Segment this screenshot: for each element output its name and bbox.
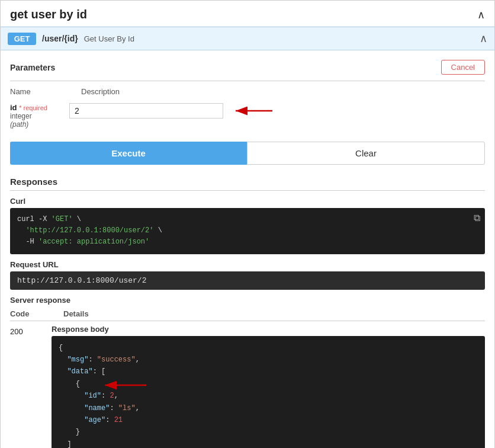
collapse-page-icon[interactable]: ∧	[477, 8, 485, 21]
execute-section: Execute Clear	[1, 132, 494, 171]
col-desc-header: Description	[81, 87, 120, 96]
json-indent3: {	[59, 380, 80, 388]
curl-label: Curl	[10, 197, 485, 206]
param-id-row: id * required integer (path)	[10, 100, 485, 132]
json-colon1: :	[88, 356, 97, 364]
params-divider	[10, 81, 485, 81]
response-code: 200	[10, 325, 40, 336]
param-location-label: (path)	[10, 120, 57, 129]
method-badge: GET	[8, 33, 36, 45]
json-indent8: ]	[59, 440, 72, 448]
json-comma1: ,	[136, 356, 140, 364]
response-json-block: { "msg": "success", "data": [ { "id": 2,…	[52, 336, 485, 448]
id-input-container	[69, 103, 223, 119]
endpoint-bar: GET /user/{id} Get User By Id ∧	[1, 27, 494, 50]
json-indent5	[59, 404, 84, 412]
execute-button[interactable]: Execute	[10, 142, 247, 165]
responses-divider	[10, 190, 485, 191]
json-indent4	[59, 392, 84, 400]
curl-url: 'http://127.0.0.1:8000/user/2'	[17, 226, 153, 235]
json-val-age: 21	[114, 416, 123, 424]
curl-method: 'GET'	[52, 215, 73, 223]
code-col-header: Code	[10, 309, 40, 318]
json-key-age: "age"	[84, 416, 105, 424]
json-indent6	[59, 416, 84, 424]
response-body-block: Response body { "msg": "su	[52, 325, 485, 448]
request-url-value: http://127.0.0.1:8000/user/2	[17, 276, 146, 285]
request-url-label: Request URL	[10, 260, 485, 269]
details-col-header: Details	[63, 309, 89, 318]
server-divider	[10, 321, 485, 321]
json-comma2: ,	[114, 392, 118, 400]
param-name-id: id * required	[10, 103, 57, 112]
responses-section: Responses Curl curl -X 'GET' \ 'http://1…	[1, 171, 494, 448]
server-response-section: Server response Code Details 200 Respons…	[10, 296, 485, 448]
collapse-endpoint-icon[interactable]: ∧	[480, 32, 487, 45]
curl-block: curl -X 'GET' \ 'http://127.0.0.1:8000/u…	[10, 208, 485, 254]
param-type-label: integer	[10, 112, 57, 120]
curl-line1: curl -X	[17, 215, 52, 223]
page-header: get user by id ∧	[1, 1, 494, 27]
json-key-name: "name"	[84, 404, 110, 412]
curl-header-value: 'accept: application/json'	[38, 238, 149, 246]
params-title: Parameters	[10, 63, 55, 72]
request-url-block: http://127.0.0.1:8000/user/2	[10, 271, 485, 290]
parameters-section: Parameters Cancel Name Description id * …	[1, 50, 494, 132]
red-arrow-icon	[231, 104, 278, 118]
endpoint-description: Get User By Id	[84, 34, 134, 43]
json-val-msg: "success"	[97, 356, 136, 364]
json-colon4: :	[110, 404, 118, 412]
clear-button[interactable]: Clear	[247, 142, 485, 165]
json-key-id: "id"	[84, 392, 101, 400]
col-headers: Name Description	[10, 85, 485, 100]
endpoint-path: /user/{id}	[42, 34, 78, 43]
curl-backslash2: \	[153, 226, 162, 235]
json-key-data: "data"	[67, 367, 92, 376]
json-indent2	[59, 367, 67, 376]
page-container: get user by id ∧ GET /user/{id} Get User…	[0, 0, 495, 448]
curl-copy-icon[interactable]: ⧉	[474, 212, 480, 227]
json-val-name: "ls"	[118, 404, 136, 412]
curl-backslash1: \	[73, 215, 81, 223]
param-input-block	[69, 103, 223, 119]
json-key-msg: "msg"	[67, 356, 88, 364]
id-input[interactable]	[69, 103, 223, 119]
server-response-label: Server response	[10, 296, 485, 305]
code-details-header: Code Details	[10, 307, 485, 319]
param-required-label: * required	[19, 104, 47, 111]
responses-title: Responses	[10, 177, 485, 190]
params-header-row: Parameters Cancel	[10, 56, 485, 78]
response-row: 200 Response body {	[10, 325, 485, 448]
json-indent1	[59, 356, 67, 364]
cancel-button[interactable]: Cancel	[441, 60, 485, 75]
response-body-label: Response body	[52, 325, 485, 334]
json-colon2: : [	[93, 367, 106, 376]
page-title: get user by id	[10, 8, 87, 21]
col-name-header: Name	[10, 87, 46, 96]
execute-row: Execute Clear	[10, 142, 485, 165]
json-colon5: :	[105, 416, 114, 424]
json-comma3: ,	[136, 404, 140, 412]
json-colon3: :	[101, 392, 110, 400]
json-indent7: }	[59, 428, 80, 436]
json-val-id: 2	[110, 392, 114, 400]
json-open-brace: {	[59, 344, 63, 352]
param-name-block: id * required integer (path)	[10, 103, 57, 129]
curl-header-flag: -H	[17, 238, 38, 246]
param-name-label: id	[10, 103, 17, 112]
